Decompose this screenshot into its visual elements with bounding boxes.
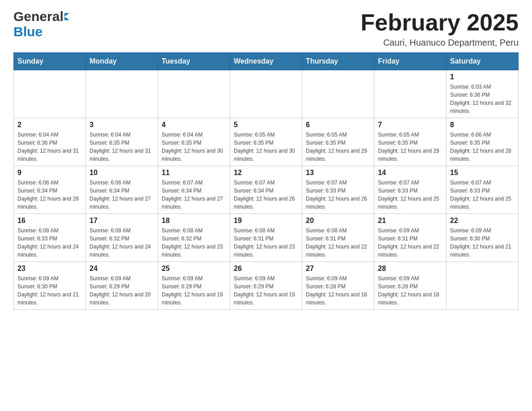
day-number: 26 [234,265,298,273]
calendar-cell: 25Sunrise: 6:09 AM Sunset: 6:29 PM Dayli… [158,262,230,310]
calendar-cell: 1Sunrise: 6:03 AM Sunset: 6:36 PM Daylig… [446,70,519,118]
day-number: 27 [306,265,370,273]
day-number: 7 [378,121,442,129]
day-info: Sunrise: 6:07 AM Sunset: 6:34 PM Dayligh… [234,179,298,211]
day-number: 2 [17,121,82,129]
day-info: Sunrise: 6:09 AM Sunset: 6:30 PM Dayligh… [17,274,82,307]
day-number: 12 [234,169,298,177]
weekday-header-friday: Friday [374,53,446,70]
day-info: Sunrise: 6:05 AM Sunset: 6:35 PM Dayligh… [306,131,370,163]
day-number: 13 [306,169,370,177]
day-info: Sunrise: 6:09 AM Sunset: 6:29 PM Dayligh… [162,274,226,307]
calendar-cell: 18Sunrise: 6:08 AM Sunset: 6:32 PM Dayli… [158,214,230,262]
day-number: 24 [90,265,154,273]
day-info: Sunrise: 6:05 AM Sunset: 6:35 PM Dayligh… [378,131,442,163]
calendar-cell: 23Sunrise: 6:09 AM Sunset: 6:30 PM Dayli… [14,262,86,310]
page-header: General Blue February 2025 Cauri, Huanuc… [13,9,519,48]
subtitle: Cauri, Huanuco Department, Peru [360,38,519,48]
weekday-header-saturday: Saturday [446,53,519,70]
calendar-cell: 26Sunrise: 6:09 AM Sunset: 6:29 PM Dayli… [230,262,302,310]
calendar-cell: 2Sunrise: 6:04 AM Sunset: 6:36 PM Daylig… [14,118,86,166]
day-info: Sunrise: 6:04 AM Sunset: 6:35 PM Dayligh… [162,131,226,163]
logo-blue-text: Blue [13,24,43,39]
day-info: Sunrise: 6:07 AM Sunset: 6:33 PM Dayligh… [450,179,515,211]
calendar-cell: 5Sunrise: 6:05 AM Sunset: 6:35 PM Daylig… [230,118,302,166]
title-area: February 2025 Cauri, Huanuco Department,… [360,9,519,48]
week-row-3: 9Sunrise: 6:06 AM Sunset: 6:34 PM Daylig… [14,166,519,214]
day-number: 19 [234,217,298,225]
day-number: 23 [17,265,82,273]
calendar-cell: 20Sunrise: 6:08 AM Sunset: 6:31 PM Dayli… [302,214,374,262]
calendar-header-row: SundayMondayTuesdayWednesdayThursdayFrid… [14,53,519,70]
calendar-cell: 3Sunrise: 6:04 AM Sunset: 6:35 PM Daylig… [86,118,158,166]
calendar-cell: 8Sunrise: 6:06 AM Sunset: 6:35 PM Daylig… [446,118,519,166]
day-info: Sunrise: 6:08 AM Sunset: 6:33 PM Dayligh… [17,227,82,259]
day-info: Sunrise: 6:06 AM Sunset: 6:34 PM Dayligh… [90,179,154,211]
calendar-cell [374,70,446,118]
day-info: Sunrise: 6:09 AM Sunset: 6:28 PM Dayligh… [378,274,442,307]
calendar-cell [86,70,158,118]
calendar-cell [446,262,519,310]
calendar-cell: 15Sunrise: 6:07 AM Sunset: 6:33 PM Dayli… [446,166,519,214]
day-number: 9 [17,169,82,177]
day-info: Sunrise: 6:09 AM Sunset: 6:29 PM Dayligh… [90,274,154,307]
day-info: Sunrise: 6:09 AM Sunset: 6:30 PM Dayligh… [450,227,515,259]
calendar-cell [302,70,374,118]
day-number: 20 [306,217,370,225]
day-info: Sunrise: 6:09 AM Sunset: 6:29 PM Dayligh… [234,274,298,307]
calendar-cell: 6Sunrise: 6:05 AM Sunset: 6:35 PM Daylig… [302,118,374,166]
calendar-cell: 7Sunrise: 6:05 AM Sunset: 6:35 PM Daylig… [374,118,446,166]
calendar-cell: 28Sunrise: 6:09 AM Sunset: 6:28 PM Dayli… [374,262,446,310]
day-number: 5 [234,121,298,129]
day-number: 25 [162,265,226,273]
logo-flag-icon [64,13,69,20]
day-info: Sunrise: 6:08 AM Sunset: 6:32 PM Dayligh… [90,227,154,259]
weekday-header-wednesday: Wednesday [230,53,302,70]
calendar-cell: 24Sunrise: 6:09 AM Sunset: 6:29 PM Dayli… [86,262,158,310]
calendar-cell: 17Sunrise: 6:08 AM Sunset: 6:32 PM Dayli… [86,214,158,262]
logo: General Blue [13,9,69,39]
calendar-cell [158,70,230,118]
weekday-header-sunday: Sunday [14,53,86,70]
calendar-cell: 27Sunrise: 6:09 AM Sunset: 6:28 PM Dayli… [302,262,374,310]
calendar-cell: 21Sunrise: 6:09 AM Sunset: 6:31 PM Dayli… [374,214,446,262]
day-info: Sunrise: 6:08 AM Sunset: 6:31 PM Dayligh… [306,227,370,259]
day-number: 10 [90,169,154,177]
day-number: 4 [162,121,226,129]
day-info: Sunrise: 6:07 AM Sunset: 6:33 PM Dayligh… [378,179,442,211]
day-number: 3 [90,121,154,129]
day-info: Sunrise: 6:07 AM Sunset: 6:33 PM Dayligh… [306,179,370,211]
day-number: 6 [306,121,370,129]
calendar-table: SundayMondayTuesdayWednesdayThursdayFrid… [13,52,519,310]
week-row-2: 2Sunrise: 6:04 AM Sunset: 6:36 PM Daylig… [14,118,519,166]
weekday-header-thursday: Thursday [302,53,374,70]
day-info: Sunrise: 6:09 AM Sunset: 6:31 PM Dayligh… [378,227,442,259]
week-row-1: 1Sunrise: 6:03 AM Sunset: 6:36 PM Daylig… [14,70,519,118]
day-number: 22 [450,217,515,225]
day-number: 18 [162,217,226,225]
calendar-cell: 9Sunrise: 6:06 AM Sunset: 6:34 PM Daylig… [14,166,86,214]
day-number: 14 [378,169,442,177]
day-info: Sunrise: 6:07 AM Sunset: 6:34 PM Dayligh… [162,179,226,211]
day-number: 1 [450,73,515,81]
calendar-cell: 14Sunrise: 6:07 AM Sunset: 6:33 PM Dayli… [374,166,446,214]
day-info: Sunrise: 6:08 AM Sunset: 6:31 PM Dayligh… [234,227,298,259]
day-info: Sunrise: 6:04 AM Sunset: 6:35 PM Dayligh… [90,131,154,163]
weekday-header-monday: Monday [86,53,158,70]
calendar-cell: 10Sunrise: 6:06 AM Sunset: 6:34 PM Dayli… [86,166,158,214]
day-number: 21 [378,217,442,225]
calendar-cell: 12Sunrise: 6:07 AM Sunset: 6:34 PM Dayli… [230,166,302,214]
day-info: Sunrise: 6:08 AM Sunset: 6:32 PM Dayligh… [162,227,226,259]
calendar-cell: 4Sunrise: 6:04 AM Sunset: 6:35 PM Daylig… [158,118,230,166]
day-info: Sunrise: 6:03 AM Sunset: 6:36 PM Dayligh… [450,83,515,115]
calendar-cell [14,70,86,118]
calendar-cell: 13Sunrise: 6:07 AM Sunset: 6:33 PM Dayli… [302,166,374,214]
day-number: 15 [450,169,515,177]
day-number: 16 [17,217,82,225]
logo-general-text: General [13,9,64,24]
day-info: Sunrise: 6:05 AM Sunset: 6:35 PM Dayligh… [234,131,298,163]
calendar-cell: 16Sunrise: 6:08 AM Sunset: 6:33 PM Dayli… [14,214,86,262]
day-number: 17 [90,217,154,225]
day-number: 8 [450,121,515,129]
day-info: Sunrise: 6:06 AM Sunset: 6:34 PM Dayligh… [17,179,82,211]
